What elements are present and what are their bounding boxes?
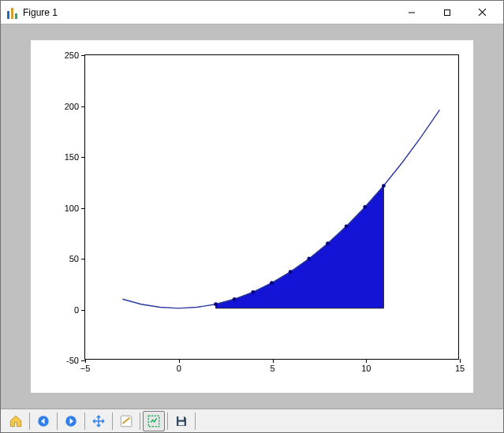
subplots-button[interactable]: [115, 411, 137, 431]
back-button[interactable]: [32, 411, 54, 431]
data-marker: [251, 290, 255, 294]
close-button[interactable]: [465, 1, 500, 24]
data-marker: [307, 257, 311, 261]
window-root: Figure 1 -50050100150200250−5051015: [0, 0, 504, 433]
axes-container: -50050100150200250−5051015: [31, 40, 473, 393]
data-marker: [363, 205, 367, 209]
svg-rect-11: [178, 421, 185, 425]
window-title: Figure 1: [23, 7, 58, 18]
matplotlib-toolbar: [1, 409, 503, 432]
maximize-button[interactable]: [429, 1, 465, 24]
data-marker: [214, 302, 218, 306]
svg-rect-1: [444, 9, 450, 15]
data-marker: [345, 224, 349, 228]
data-marker: [233, 297, 237, 301]
data-marker: [270, 281, 274, 285]
data-marker: [382, 184, 386, 188]
app-icon: [6, 6, 18, 19]
save-button[interactable]: [170, 411, 192, 431]
home-button[interactable]: [5, 411, 27, 431]
plot-axes: -50050100150200250−5051015: [84, 54, 459, 360]
zoom-button[interactable]: [143, 411, 165, 431]
data-marker: [326, 241, 330, 245]
pan-button[interactable]: [88, 411, 110, 431]
figure-canvas[interactable]: -50050100150200250−5051015: [1, 24, 503, 409]
fill-region: [216, 186, 384, 308]
forward-button[interactable]: [60, 411, 82, 431]
plot-svg: [85, 55, 458, 359]
title-bar: Figure 1: [1, 1, 503, 24]
svg-rect-10: [178, 416, 184, 420]
data-marker: [289, 270, 293, 274]
minimize-button[interactable]: [394, 1, 429, 24]
